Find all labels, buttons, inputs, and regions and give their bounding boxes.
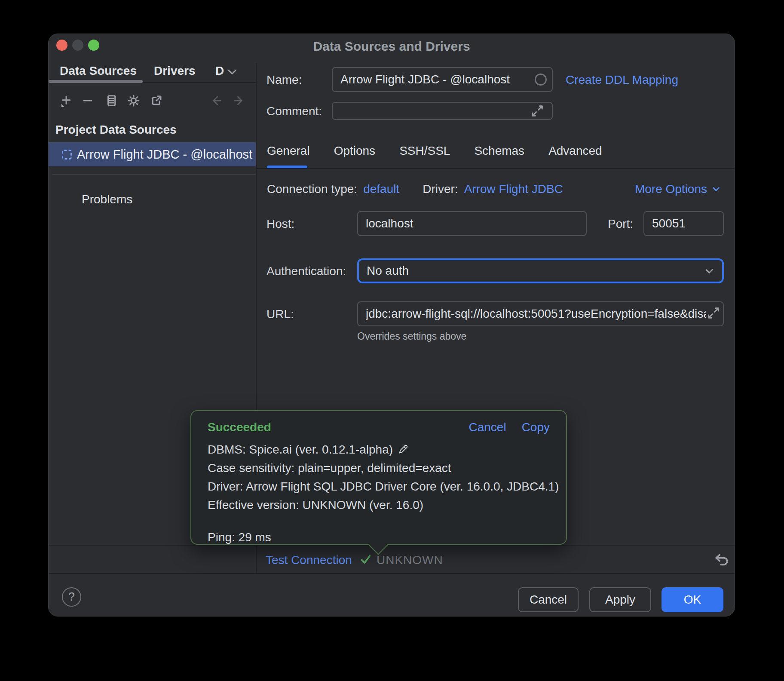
driver-value-link[interactable]: Arrow Flight JDBC bbox=[464, 182, 563, 196]
edit-pencil-icon[interactable] bbox=[397, 444, 408, 455]
chevron-down-icon bbox=[710, 184, 722, 195]
datasource-label: Arrow Flight JDBC - @localhost bbox=[77, 147, 252, 162]
datasource-list-item[interactable]: Arrow Flight JDBC - @localhost bbox=[49, 142, 256, 166]
revert-undo-icon[interactable] bbox=[714, 551, 730, 567]
case-sensitivity-line: Case sensitivity: plain=upper, delimited… bbox=[208, 459, 451, 477]
url-input[interactable] bbox=[357, 301, 724, 326]
form-tabs-divider bbox=[257, 168, 735, 169]
forward-icon[interactable] bbox=[233, 94, 245, 107]
test-result-text: UNKNOWN bbox=[377, 553, 443, 567]
datasource-icon bbox=[61, 148, 73, 160]
cancel-button[interactable]: Cancel bbox=[518, 587, 579, 612]
tab-ssh-ssl[interactable]: SSH/SSL bbox=[399, 144, 450, 160]
tab-schemas[interactable]: Schemas bbox=[474, 144, 524, 160]
comment-input[interactable] bbox=[332, 102, 553, 120]
name-input[interactable] bbox=[332, 67, 553, 92]
problems-item[interactable]: Problems bbox=[82, 193, 132, 206]
add-icon[interactable] bbox=[60, 94, 73, 107]
ping-line: Ping: 29 ms bbox=[208, 531, 550, 544]
window-title: Data Sources and Drivers bbox=[49, 39, 735, 54]
apply-button[interactable]: Apply bbox=[589, 587, 651, 612]
help-icon[interactable]: ? bbox=[62, 587, 81, 607]
titlebar: Data Sources and Drivers bbox=[49, 34, 735, 63]
success-checkmark-icon bbox=[359, 552, 373, 568]
section-header: Project Data Sources bbox=[55, 123, 177, 137]
dialog-footer: ? Cancel Apply OK bbox=[49, 573, 735, 617]
back-icon[interactable] bbox=[210, 94, 223, 107]
more-options-link[interactable]: More Options bbox=[635, 182, 722, 196]
host-input[interactable] bbox=[357, 211, 587, 236]
tab-ddl-mappings-truncated[interactable]: D bbox=[215, 64, 224, 78]
url-label: URL: bbox=[266, 307, 294, 321]
expand-url-icon[interactable] bbox=[707, 307, 720, 319]
expand-comment-icon[interactable] bbox=[531, 104, 544, 117]
effective-version-line: Effective version: UNKNOWN (ver. 16.0) bbox=[208, 496, 423, 514]
connection-type-value[interactable]: default bbox=[363, 182, 399, 196]
export-icon[interactable] bbox=[150, 94, 163, 107]
remove-icon[interactable] bbox=[81, 94, 94, 107]
driver-line: Driver: Arrow Flight SQL JDBC Driver Cor… bbox=[208, 477, 559, 496]
connection-type-row: Connection type: default Driver: Arrow F… bbox=[267, 182, 563, 196]
driver-label: Driver: bbox=[423, 182, 458, 196]
test-connection-link[interactable]: Test Connection bbox=[266, 553, 352, 567]
tabs-overflow-chevron-down-icon[interactable] bbox=[226, 66, 239, 80]
settings-gear-icon[interactable] bbox=[127, 94, 140, 107]
duplicate-icon[interactable] bbox=[105, 94, 118, 107]
comment-label: Comment: bbox=[266, 104, 322, 118]
ok-button[interactable]: OK bbox=[662, 587, 723, 612]
tab-drivers[interactable]: Drivers bbox=[154, 64, 196, 78]
name-spinner-icon bbox=[535, 74, 547, 86]
tab-general[interactable]: General bbox=[267, 144, 310, 160]
data-sources-dialog: Data Sources and Drivers Data Sources Dr… bbox=[48, 34, 735, 617]
create-ddl-mapping-link[interactable]: Create DDL Mapping bbox=[566, 73, 678, 87]
desktop: Data Sources and Drivers Data Sources Dr… bbox=[0, 0, 784, 681]
test-connection-row: Test Connection UNKNOWN bbox=[49, 545, 735, 573]
port-label: Port: bbox=[608, 217, 633, 231]
authentication-label: Authentication: bbox=[266, 264, 346, 278]
popup-copy-link[interactable]: Copy bbox=[522, 420, 550, 434]
host-label: Host: bbox=[266, 217, 294, 231]
tab-advanced[interactable]: Advanced bbox=[548, 144, 602, 160]
left-toolbar bbox=[49, 94, 256, 109]
left-panel-tabs: Data Sources Drivers D bbox=[49, 63, 256, 83]
select-chevron-down-icon bbox=[703, 265, 715, 280]
tab-options[interactable]: Options bbox=[334, 144, 376, 160]
status-succeeded: Succeeded bbox=[208, 420, 271, 434]
test-connection-result-popup: Succeeded Cancel Copy DBMS: Spice.ai (ve… bbox=[190, 410, 567, 545]
port-input[interactable] bbox=[643, 211, 724, 236]
connection-type-label: Connection type: bbox=[267, 182, 357, 196]
name-label: Name: bbox=[266, 73, 302, 87]
dbms-line: DBMS: Spice.ai (ver. 0.12.1-alpha) bbox=[208, 440, 393, 459]
tab-data-sources[interactable]: Data Sources bbox=[60, 64, 137, 78]
active-tab-underline bbox=[49, 80, 143, 83]
popup-cancel-link[interactable]: Cancel bbox=[469, 420, 506, 434]
left-panel-divider bbox=[52, 174, 256, 175]
authentication-value: No auth bbox=[367, 264, 409, 278]
url-hint: Overrides settings above bbox=[357, 331, 466, 342]
form-tabs: General Options SSH/SSL Schemas Advanced bbox=[267, 144, 602, 160]
authentication-select[interactable]: No auth bbox=[357, 258, 724, 283]
